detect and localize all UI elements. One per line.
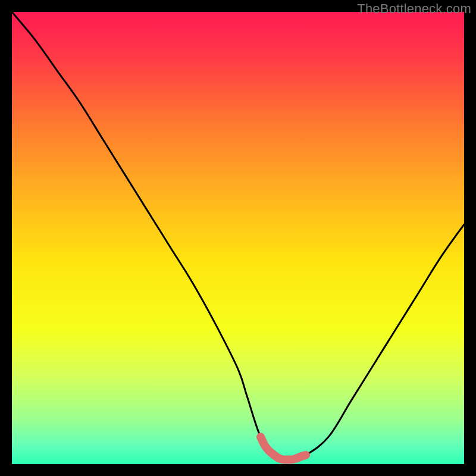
chart-frame: TheBottleneck.com xyxy=(0,0,476,476)
watermark-text: TheBottleneck.com xyxy=(357,1,471,17)
valley-highlight xyxy=(261,437,306,459)
plot-area xyxy=(12,12,464,464)
bottleneck-curve xyxy=(12,12,464,460)
curve-layer xyxy=(12,12,464,464)
